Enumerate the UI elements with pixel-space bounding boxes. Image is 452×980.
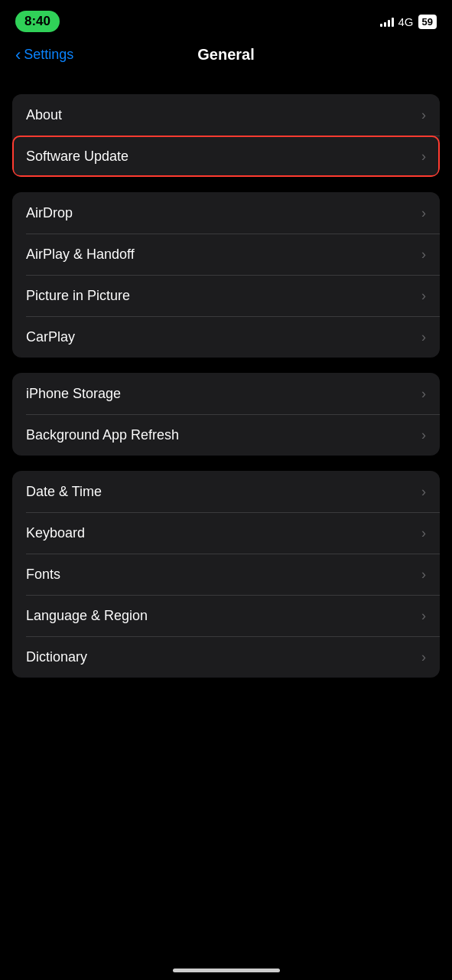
carplay-chevron-icon: › [421, 329, 426, 345]
iphone-storage-chevron-icon: › [421, 386, 426, 402]
software-update-label: Software Update [26, 149, 128, 165]
settings-group-1: About › Software Update › [12, 94, 440, 177]
settings-item-software-update[interactable]: Software Update › [12, 136, 440, 177]
status-bar: 8:40 4G 59 [0, 0, 452, 38]
home-indicator [173, 969, 280, 972]
battery-indicator: 59 [418, 15, 437, 29]
airdrop-label: AirDrop [26, 205, 73, 221]
settings-item-fonts[interactable]: Fonts › [12, 554, 440, 595]
carplay-label: CarPlay [26, 329, 75, 345]
network-type: 4G [398, 15, 414, 28]
background-app-refresh-chevron-icon: › [421, 427, 426, 443]
settings-item-about[interactable]: About › [12, 94, 440, 136]
airplay-handoff-label: AirPlay & Handoff [26, 247, 135, 263]
settings-group-3: iPhone Storage › Background App Refresh … [12, 373, 440, 456]
back-button[interactable]: ‹ Settings [15, 47, 73, 64]
airplay-handoff-chevron-icon: › [421, 247, 426, 263]
settings-item-iphone-storage[interactable]: iPhone Storage › [12, 373, 440, 414]
settings-item-keyboard[interactable]: Keyboard › [12, 512, 440, 554]
picture-in-picture-chevron-icon: › [421, 288, 426, 304]
dictionary-label: Dictionary [26, 649, 87, 665]
settings-item-date-time[interactable]: Date & Time › [12, 471, 440, 512]
picture-in-picture-label: Picture in Picture [26, 288, 130, 304]
signal-bar-3 [388, 20, 390, 27]
battery-level: 59 [422, 16, 433, 28]
about-chevron-icon: › [421, 107, 426, 123]
date-time-label: Date & Time [26, 484, 102, 500]
about-label: About [26, 107, 62, 123]
settings-item-dictionary[interactable]: Dictionary › [12, 636, 440, 678]
settings-item-language-region[interactable]: Language & Region › [12, 595, 440, 636]
software-update-chevron-icon: › [421, 149, 426, 165]
signal-bar-4 [392, 18, 394, 27]
dictionary-chevron-icon: › [421, 649, 426, 665]
status-icons: 4G 59 [380, 15, 437, 29]
keyboard-label: Keyboard [26, 525, 85, 541]
back-chevron-icon: ‹ [15, 47, 21, 64]
fonts-label: Fonts [26, 567, 60, 583]
background-app-refresh-label: Background App Refresh [26, 427, 179, 443]
settings-item-carplay[interactable]: CarPlay › [12, 316, 440, 358]
settings-item-picture-in-picture[interactable]: Picture in Picture › [12, 275, 440, 316]
signal-bar-1 [380, 24, 382, 27]
signal-bar-2 [384, 22, 386, 27]
iphone-storage-label: iPhone Storage [26, 386, 121, 402]
settings-group-4: Date & Time › Keyboard › Fonts › Languag… [12, 471, 440, 678]
settings-item-airdrop[interactable]: AirDrop › [12, 192, 440, 234]
date-time-chevron-icon: › [421, 484, 426, 500]
back-button-label: Settings [24, 47, 73, 63]
settings-item-background-app-refresh[interactable]: Background App Refresh › [12, 414, 440, 456]
airdrop-chevron-icon: › [421, 205, 426, 221]
settings-group-2: AirDrop › AirPlay & Handoff › Picture in… [12, 192, 440, 358]
fonts-chevron-icon: › [421, 567, 426, 583]
settings-item-airplay-handoff[interactable]: AirPlay & Handoff › [12, 234, 440, 275]
language-region-chevron-icon: › [421, 608, 426, 624]
page-title: General [197, 46, 254, 64]
time-display: 8:40 [15, 11, 60, 32]
language-region-label: Language & Region [26, 608, 148, 624]
keyboard-chevron-icon: › [421, 525, 426, 541]
signal-bars [380, 16, 394, 27]
navigation-bar: ‹ Settings General [0, 38, 452, 76]
